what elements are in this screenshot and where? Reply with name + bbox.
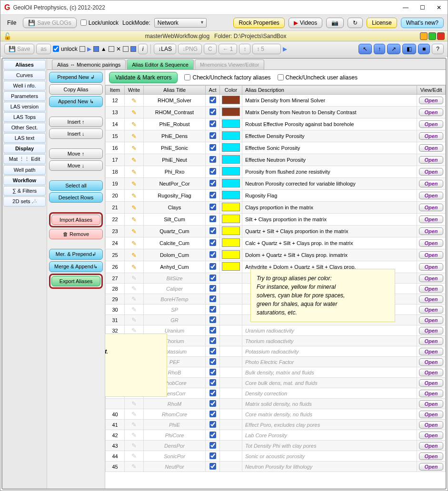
table-row[interactable]: 40✎RhomCoreCore matrix density, no fluid… [106, 409, 446, 420]
deselect-button[interactable]: Deselect Rows [49, 192, 103, 203]
cell-act[interactable] [206, 367, 220, 378]
cell-act[interactable] [206, 430, 220, 441]
tool-sq-button[interactable]: ◧ [402, 44, 416, 54]
insert-up-button[interactable]: Insert ↑ [49, 117, 103, 127]
videos-button[interactable]: ▶ Videos [289, 18, 322, 28]
open-button[interactable]: Open [419, 144, 443, 152]
cell-title[interactable]: PhiE_Sonic [144, 142, 206, 154]
cell-color[interactable] [220, 409, 242, 420]
cell-color[interactable] [220, 346, 242, 357]
shape2[interactable] [93, 46, 99, 52]
cell-title[interactable]: Dolom_Cum [144, 249, 206, 261]
open-button[interactable]: Open [419, 306, 443, 314]
save-button[interactable]: 💾 Save [4, 44, 34, 54]
cell-title[interactable]: PhiE_Neut [144, 154, 206, 166]
cell-title[interactable]: BitSize [144, 273, 206, 284]
updown-button[interactable]: ↕ [239, 44, 250, 54]
cell-act[interactable] [206, 202, 220, 214]
table-row[interactable]: 20✎Rugosity_FlagRugosity FlagOpen [106, 190, 446, 202]
cell-title[interactable]: Caliper [144, 284, 206, 294]
cell-color[interactable] [220, 261, 242, 273]
open-button[interactable]: Open [419, 379, 443, 387]
open-button[interactable]: Open [419, 97, 443, 104]
cell-act[interactable] [206, 378, 220, 388]
table-row[interactable]: 15✎PhiE_DensEffective Density PorosityOp… [106, 130, 446, 142]
cell-write[interactable]: ✎ [125, 202, 144, 214]
doc-max-icon[interactable] [428, 32, 436, 40]
cell-title[interactable]: Calcite_Cum [144, 237, 206, 249]
cell-write[interactable]: ✎ [125, 294, 144, 304]
cell-title[interactable]: RhoM [144, 399, 206, 409]
cell-act[interactable] [206, 284, 220, 294]
open-button[interactable]: Open [419, 108, 443, 116]
cell-color[interactable] [220, 420, 242, 430]
table-row[interactable]: 18✎Phi_RxoPorosity from flushed zone res… [106, 166, 446, 178]
arrow-button[interactable]: ← 1 [219, 44, 238, 54]
shape3[interactable] [109, 46, 114, 52]
sidebar-item-mat-edit[interactable]: Mat ⋮⋮ Edit [3, 154, 46, 164]
open-button[interactable]: Open [419, 463, 443, 471]
cell-act[interactable] [206, 357, 220, 367]
cell-act[interactable] [206, 226, 220, 237]
cell-act[interactable] [206, 294, 220, 304]
table-row[interactable]: 24✎Calcite_CumCalc + Quartz + Silt + Cla… [106, 237, 446, 249]
open-button[interactable]: Open [419, 327, 443, 334]
cell-title[interactable]: Rugosity_Flag [144, 190, 206, 202]
help-button[interactable]: ? [432, 44, 444, 54]
th-write[interactable]: Write [125, 86, 144, 95]
th-desc[interactable]: Alias Description [242, 86, 417, 95]
refresh-button[interactable]: ↻ [348, 18, 363, 28]
cell-write[interactable]: ✎ [125, 261, 144, 273]
cell-title[interactable]: PhiE_Dens [144, 130, 206, 142]
table-row[interactable]: 12✎RHOM_SolverMatrix Density from Minera… [106, 95, 446, 107]
cell-title[interactable]: Clays [144, 202, 206, 214]
cell-act[interactable] [206, 409, 220, 420]
cell-write[interactable]: ✎ [125, 462, 144, 472]
cell-act[interactable] [206, 420, 220, 430]
table-row[interactable]: 16✎PhiE_SonicEffective Sonic PorosityOpe… [106, 142, 446, 154]
cell-act[interactable] [206, 315, 220, 325]
play-icon[interactable]: ▶ [283, 46, 287, 52]
sidebar-item-las-text[interactable]: LAS text [3, 133, 46, 143]
cell-color[interactable] [220, 462, 242, 472]
copy-alias-button[interactable]: Copy Alias [49, 84, 103, 95]
table-row[interactable]: 22✎Silt_CumSilt + Clays proportion in th… [106, 214, 446, 226]
open-button[interactable]: Open [419, 168, 443, 176]
cell-color[interactable] [220, 399, 242, 409]
sidebar-item-curves[interactable]: Curves [3, 70, 46, 80]
cell-color[interactable] [220, 190, 242, 202]
open-button[interactable]: Open [419, 156, 443, 164]
open-button[interactable]: Open [419, 390, 443, 397]
cell-title[interactable]: PhiE [144, 420, 206, 430]
cell-write[interactable]: ✎ [125, 441, 144, 451]
minimize-button[interactable]: — [401, 3, 410, 12]
file-menu[interactable]: File [4, 18, 19, 28]
open-button[interactable]: Open [419, 295, 443, 303]
open-button[interactable]: Open [419, 337, 443, 345]
open-button[interactable]: Open [419, 239, 443, 247]
th-item[interactable]: Item [106, 86, 125, 95]
cell-color[interactable] [220, 388, 242, 399]
open-button[interactable]: Open [419, 452, 443, 460]
cell-write[interactable]: ✎ [125, 430, 144, 441]
th-title[interactable]: Alias Title [144, 86, 206, 95]
cell-act[interactable] [206, 107, 220, 118]
select-all-button[interactable]: Select all [49, 180, 103, 191]
cell-write[interactable]: ✎ [125, 95, 144, 107]
merge-append-button[interactable]: Merge & Append↳ [49, 261, 103, 272]
cell-act[interactable] [206, 166, 220, 178]
cell-write[interactable]: ✎ [125, 420, 144, 430]
cell-act[interactable] [206, 304, 220, 315]
open-button[interactable]: Open [419, 251, 443, 259]
cell-act[interactable] [206, 190, 220, 202]
tab-mnemonics[interactable]: Mnemonics Viewer/Editor [195, 59, 265, 69]
cell-write[interactable]: ✎ [125, 118, 144, 130]
table-row[interactable]: 14✎PhiE_RobustRobust Effective Porosity … [106, 118, 446, 130]
sidebar-item-well-path[interactable]: Well path [3, 165, 46, 175]
save-glogs-button[interactable]: 💾 Save GLOGs [23, 18, 76, 28]
cell-write[interactable]: ✎ [125, 273, 144, 284]
cell-act[interactable] [206, 462, 220, 472]
cell-color[interactable] [220, 249, 242, 261]
camera-button[interactable]: 📷 [326, 18, 344, 28]
cell-write[interactable]: ✎ [125, 178, 144, 190]
